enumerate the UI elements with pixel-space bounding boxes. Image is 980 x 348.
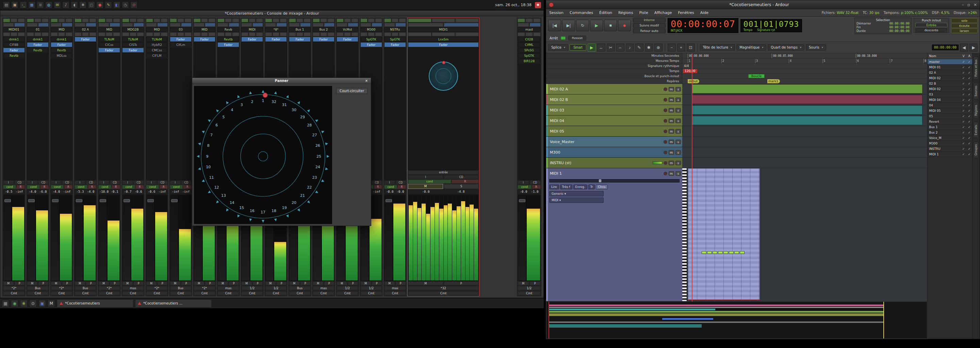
processor-box[interactable] [170,47,192,180]
smart-mode-button[interactable]: Smart [570,44,586,51]
strip-tiny-button[interactable] [241,23,252,27]
media-icon[interactable]: ♪ [62,2,69,8]
strip-tiny-button[interactable] [201,32,208,36]
zoom-tool[interactable]: ⊕ [654,43,662,52]
fader-button[interactable]: Fader [122,47,144,53]
active-checkbox[interactable]: ✓ [966,142,972,145]
strip-tiny-button[interactable] [170,23,181,27]
maximize-button[interactable]: ▫ [967,2,970,7]
output-button[interactable]: 1/2 [360,286,382,291]
strip-tiny-button[interactable] [3,23,14,27]
output-button[interactable]: 1/2 [337,286,358,291]
processor-box[interactable] [51,59,73,180]
close-icon[interactable]: × [364,78,369,84]
files-icon[interactable]: ▣ [38,300,46,307]
output-button[interactable]: *32 [408,286,479,291]
track-fader[interactable] [549,179,679,182]
display-icon[interactable]: ◧ [113,2,121,8]
strip-tiny-button[interactable] [272,32,280,36]
cond-button[interactable]: cond [122,185,135,189]
nudge-back-button[interactable]: ◀ [960,43,968,52]
input-io-button[interactable]: I [27,180,38,185]
cond-button[interactable]: cond [75,185,88,189]
mute-button[interactable]: m [669,140,674,144]
fader-button[interactable]: Fader [265,37,287,42]
input-button[interactable]: entrée [408,170,479,175]
strip-tiny-button[interactable] [249,18,256,22]
sidebar-track-row[interactable]: MIDI 04 ✓ ✓ [928,97,972,103]
strip-tiny-button[interactable] [146,18,153,22]
active-checkbox[interactable]: ✓ [966,131,972,134]
processor-button[interactable]: drmk1 [27,37,49,42]
strip-tiny-button[interactable] [455,32,479,36]
strip-tiny-button[interactable] [289,18,296,22]
p-button[interactable]: P [86,282,97,285]
fader-button[interactable]: Fader [241,37,263,42]
input-io-button[interactable]: I [517,180,529,185]
comment-button[interactable]: Cmt [170,291,192,296]
sidebar-track-row[interactable]: 05 ✓ ✓ [928,114,972,119]
strip-tiny-button[interactable] [98,18,105,22]
active-checkbox[interactable]: ✓ [966,136,972,140]
solo-button[interactable]: s [675,171,681,176]
active-checkbox[interactable]: ✓ [966,66,972,69]
mixer-strip[interactable]: MID TLNsMCICssFader ICD condR -10.0-0.1 … [98,18,121,296]
solo-button[interactable]: s [675,119,681,123]
processor-button[interactable]: Revtb [3,53,25,58]
input-io-button[interactable]: I [51,180,62,185]
midi-channel-button[interactable]: Tr [588,185,595,189]
visible-checkbox[interactable]: ✓ [961,153,966,156]
stretch-tool[interactable]: ⇔ [616,43,624,52]
record-button[interactable]: R [452,179,479,183]
strip-tiny-button[interactable] [229,23,240,27]
m-button[interactable]: M [218,282,228,285]
solo-button[interactable]: s [675,129,681,134]
fader-slider[interactable] [99,195,107,280]
record-enable-button[interactable] [663,98,667,101]
draw-tool[interactable]: ✎ [635,43,643,52]
menu-régions[interactable]: Régions [615,9,636,17]
strip-tiny-button[interactable] [408,32,431,36]
strip-tiny-button[interactable] [327,32,334,36]
mute-button[interactable]: m [669,150,674,155]
solo-button[interactable]: s [675,98,681,102]
mixer-strip[interactable]: MDG2B TLNsMCISTsFader ICD condR -0.7-0.6… [121,18,145,296]
strip-tiny-button[interactable] [122,23,133,27]
output-io-button[interactable]: CD [86,180,97,185]
midi-channel-button[interactable]: Lire [549,185,559,189]
record-enable-button[interactable] [663,150,667,154]
track-name[interactable]: MIDI 02 A [550,87,662,92]
strip-tiny-button[interactable] [368,32,375,36]
visible-checkbox[interactable]: ✓ [961,142,966,145]
punch-button[interactable]: descente [915,28,947,32]
strip-tiny-button[interactable] [201,18,208,22]
strip-tiny-button[interactable] [194,18,201,22]
fader-slider[interactable] [27,195,36,280]
p-button[interactable]: P [62,282,73,285]
strip-tiny-button[interactable] [75,18,82,22]
edit-point-dropdown[interactable]: Souris▾ [806,44,826,51]
processor-button[interactable]: TLNsM [98,37,120,42]
strip-tiny-button[interactable] [337,18,344,22]
strip-tiny-button[interactable] [98,32,105,36]
surround-panner[interactable]: 1234567891011121314151617181920212223242… [194,86,332,224]
strip-tiny-button[interactable] [27,23,38,27]
strip-tiny-button[interactable] [177,32,185,36]
strip-tiny-button[interactable] [38,23,49,27]
strip-tiny-button[interactable] [208,18,215,22]
sidebar-track-row[interactable]: MIDI 02 ✓ ✓ [928,76,972,81]
output-button[interactable]: Bus [289,286,311,291]
processor-button[interactable]: SpGTK [517,53,541,58]
audio-region[interactable] [682,127,683,136]
stop-button[interactable]: ■ [604,20,617,31]
transport-mode-button[interactable]: Retour auto [633,28,666,33]
notification-icon[interactable]: ✱ [535,2,541,8]
output-button[interactable]: Bus [27,286,49,291]
sidebar-track-row[interactable]: MIDI 02 ✓ ✓ [928,86,972,92]
output-button[interactable]: mas [122,286,144,291]
mute-button[interactable]: m [669,161,674,165]
strip-name[interactable]: MIDI [241,27,263,32]
strip-tiny-button[interactable] [249,32,256,36]
goto-end-button[interactable]: ▶| [562,20,575,31]
strip-tiny-button[interactable] [320,18,327,22]
